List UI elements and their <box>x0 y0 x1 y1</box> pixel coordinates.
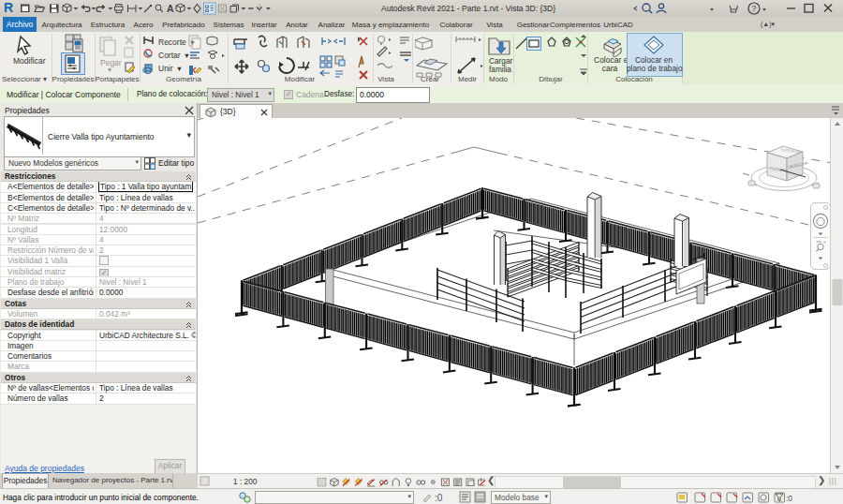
svg-text::0: :0 <box>435 493 443 503</box>
svg-text:?: ? <box>752 4 757 13</box>
svg-text::0: :0 <box>786 494 792 503</box>
